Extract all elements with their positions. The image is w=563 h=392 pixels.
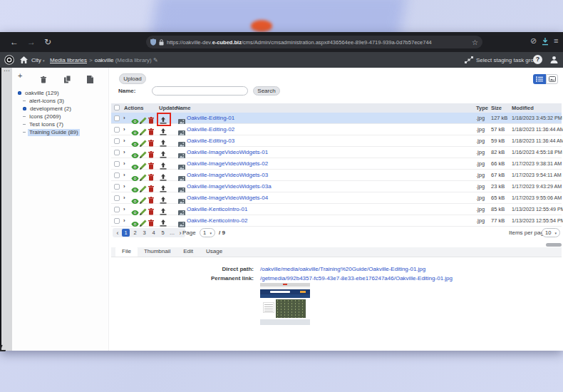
tile-view-toggle[interactable]	[546, 74, 558, 84]
tree-item[interactable]: Icons (2069)	[12, 113, 108, 120]
items-per-page-dropdown[interactable]: 10▾	[542, 228, 560, 237]
row-checkbox[interactable]	[114, 161, 120, 167]
permanent-link-label: Permanent link:	[111, 275, 254, 282]
url-bar[interactable]: https://oakville-dev.e-cubed.biz/cms/Adm…	[146, 36, 482, 48]
tree-item[interactable]: alert-icons (3)	[12, 97, 108, 105]
forward-icon[interactable]: →	[27, 36, 36, 48]
file-name-link[interactable]: Oakville-Editing-01	[187, 113, 234, 124]
row-checkbox[interactable]	[114, 138, 120, 144]
row-checkbox[interactable]	[114, 184, 120, 190]
direct-path-link[interactable]: /oakville/media/oakville/Training%20Guid…	[260, 266, 425, 272]
page-number-button[interactable]: 4	[150, 229, 157, 237]
horizontal-scrollbar-thumb[interactable]	[546, 243, 562, 247]
page-number-button[interactable]: 3	[140, 229, 148, 237]
file-name-link[interactable]: Oakville-ImageVideoWidgets-04	[187, 192, 268, 204]
home-icon[interactable]	[20, 56, 28, 65]
copy-icon[interactable]	[64, 73, 71, 86]
file-type: .jpg	[476, 192, 485, 204]
table-row[interactable]: › Oakville-Kent	[111, 204, 562, 215]
reload-icon[interactable]: ↻	[44, 36, 51, 48]
bookmark-star-icon[interactable]: ☆	[472, 38, 478, 46]
row-checkbox[interactable]	[114, 207, 120, 212]
row-checkbox[interactable]	[114, 172, 120, 178]
expand-chevron-icon[interactable]: ›	[123, 113, 125, 124]
expand-chevron-icon[interactable]: ›	[123, 124, 125, 135]
row-checkbox[interactable]	[114, 195, 120, 201]
expand-chevron-icon[interactable]: ›	[123, 181, 125, 192]
row-checkbox[interactable]	[114, 150, 120, 155]
row-checkbox[interactable]	[114, 127, 120, 133]
menu-icon[interactable]: ≡	[554, 36, 558, 45]
file-name-link[interactable]: Oakville-ImageVideoWidgets-03	[187, 170, 268, 181]
file-name-link[interactable]: Oakville-KenticoIntro-01	[187, 204, 247, 215]
file-name-link[interactable]: Oakville-KenticoIntro-02	[187, 215, 247, 227]
table-row[interactable]: › Oakville-Imag	[111, 147, 562, 158]
tab[interactable]: Edit	[177, 247, 200, 257]
tree-item[interactable]: Training Guide (89)	[12, 128, 108, 136]
back-icon[interactable]: ←	[10, 36, 19, 48]
expand-chevron-icon[interactable]: ›	[123, 215, 125, 227]
file-name-link[interactable]: Oakville-ImageVideoWidgets-03a	[187, 181, 272, 192]
expand-chevron-icon[interactable]: ›	[123, 135, 125, 147]
user-icon[interactable]	[550, 56, 558, 65]
site-selector[interactable]: City ▾	[31, 57, 45, 63]
expand-chevron-icon[interactable]: ›	[123, 192, 125, 204]
table-row[interactable]: › Oakville-Imag	[111, 158, 562, 170]
page-number-button[interactable]: 2	[131, 229, 139, 237]
panel-collapse-strip[interactable]: ⋯	[1, 68, 12, 351]
tab[interactable]: File	[115, 247, 138, 257]
collapse-dots-icon[interactable]: ⋯	[4, 67, 11, 74]
select-all-checkbox[interactable]	[114, 105, 120, 110]
kentico-logo[interactable]	[4, 55, 14, 66]
staging-task-group-selector[interactable]: Select staging task group	[476, 57, 540, 63]
edit-pencil-icon[interactable]: ✎	[153, 57, 158, 63]
search-button[interactable]: Search	[253, 86, 280, 96]
tab[interactable]: Usage	[200, 247, 229, 257]
expand-chevron-icon[interactable]: ›	[123, 170, 125, 181]
delete-trash-icon[interactable]	[148, 217, 154, 229]
table-row[interactable]: › Oakville-Imag	[111, 192, 562, 204]
page-number-button[interactable]: 1	[122, 229, 130, 237]
file-name-link[interactable]: Oakville-ImageVideoWidgets-01	[187, 147, 268, 158]
tree-item-label: Training Guide (89)	[28, 129, 80, 136]
table-row[interactable]: › Oakville-Imag	[111, 170, 562, 181]
name-filter-input[interactable]	[152, 86, 248, 96]
content-blocked-icon[interactable]: ⊘	[530, 36, 537, 46]
table-row[interactable]: › Oakville-Edit	[111, 135, 562, 147]
new-folder-plus-icon[interactable]: +	[18, 71, 22, 80]
expand-chevron-icon[interactable]: ›	[123, 147, 125, 158]
tracking-shield-icon[interactable]	[150, 36, 156, 48]
edit-pencil-icon[interactable]	[140, 217, 147, 229]
download-icon[interactable]	[542, 38, 549, 47]
document-icon[interactable]	[87, 73, 93, 86]
tree-item[interactable]: development (2)	[12, 105, 108, 113]
page-select-dropdown[interactable]: 1▾	[200, 228, 215, 237]
upload-button[interactable]: Upload	[119, 73, 146, 84]
breadcrumb-media-libraries[interactable]: Media libraries	[50, 57, 87, 63]
table-row[interactable]: › Oakville-Edit	[111, 113, 562, 124]
file-name-link[interactable]: Oakville-ImageVideoWidgets-02	[187, 158, 268, 170]
update-upload-icon[interactable]	[160, 217, 167, 229]
page-number-button[interactable]: 5	[159, 229, 167, 237]
row-checkbox[interactable]	[114, 218, 120, 224]
tab[interactable]: Thumbnail	[138, 247, 177, 257]
row-checkbox[interactable]	[114, 115, 120, 121]
table-row[interactable]: › Oakville-Kent	[111, 215, 562, 227]
file-name-link[interactable]: Oakville-Editing-03	[187, 135, 234, 147]
file-preview-thumbnail[interactable]	[260, 283, 310, 325]
table-row[interactable]: › Oakville-Edit	[111, 124, 562, 135]
prev-page-button[interactable]: ‹	[114, 229, 121, 237]
page-buttons: ‹ 12345… ›	[113, 228, 185, 237]
header-actions: Actions	[124, 103, 144, 113]
permanent-link[interactable]: /getmedia/992b4357-fc59-43e7-8e33-ebe176…	[260, 275, 453, 282]
tree-item[interactable]: Test Icons (7)	[12, 120, 108, 128]
file-name-link[interactable]: Oakville-Editing-02	[187, 124, 234, 135]
list-view-toggle[interactable]	[533, 74, 546, 84]
delete-folder-trash-icon[interactable]	[41, 73, 46, 86]
table-row[interactable]: › Oakville-Imag	[111, 181, 562, 192]
expand-chevron-icon[interactable]: ›	[123, 204, 125, 215]
expand-chevron-icon[interactable]: ›	[123, 158, 125, 170]
page-number-button[interactable]: …	[168, 229, 176, 237]
tree-item[interactable]: oakville (129)	[12, 89, 108, 97]
help-icon[interactable]: ?	[533, 55, 542, 64]
